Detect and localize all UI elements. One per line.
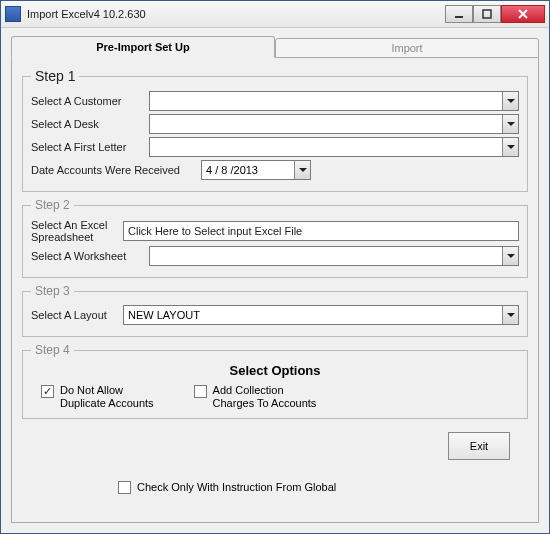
checkbox-icon (118, 481, 131, 494)
step1-group: Step 1 Select A Customer Select A Desk (22, 68, 528, 192)
tab-preimport[interactable]: Pre-Import Set Up (11, 36, 275, 58)
svg-rect-1 (483, 10, 491, 18)
chevron-down-icon (502, 306, 518, 324)
letter-dropdown[interactable] (149, 137, 519, 157)
maximize-icon (482, 9, 492, 19)
window-buttons (445, 5, 545, 23)
window-title: Import Excelv4 10.2.630 (27, 8, 445, 20)
checkbox-icon (194, 385, 207, 398)
tab-strip: Pre-Import Set Up Import (11, 36, 539, 58)
options-title: Select Options (31, 363, 519, 378)
step2-legend: Step 2 (31, 198, 74, 212)
worksheet-label: Select A Worksheet (31, 250, 149, 262)
desk-label: Select A Desk (31, 118, 149, 130)
customer-label: Select A Customer (31, 95, 149, 107)
global-instruction-checkbox[interactable]: Check Only With Instruction From Global (118, 480, 336, 494)
chevron-down-icon (502, 115, 518, 133)
step3-legend: Step 3 (31, 284, 74, 298)
minimize-button[interactable] (445, 5, 473, 23)
close-button[interactable] (501, 5, 545, 23)
step1-legend: Step 1 (31, 68, 79, 84)
add-charges-checkbox[interactable]: Add Collection Charges To Accounts (194, 384, 317, 410)
exit-button[interactable]: Exit (448, 432, 510, 460)
layout-value: NEW LAYOUT (128, 309, 200, 321)
date-value: 4 / 8 /2013 (206, 164, 258, 176)
layout-label: Select A Layout (31, 309, 123, 321)
checkbox-icon (41, 385, 54, 398)
app-window: Import Excelv4 10.2.630 Pre-Import Set U… (0, 0, 550, 534)
excel-file-value: Click Here to Select input Excel File (128, 225, 302, 237)
add-charges-label: Add Collection Charges To Accounts (213, 384, 317, 410)
desk-dropdown[interactable] (149, 114, 519, 134)
chevron-down-icon (502, 138, 518, 156)
tab-import[interactable]: Import (275, 38, 539, 58)
client-area: Pre-Import Set Up Import Step 1 Select A… (1, 28, 549, 533)
no-duplicates-checkbox[interactable]: Do Not Allow Duplicate Accounts (41, 384, 154, 410)
worksheet-dropdown[interactable] (149, 246, 519, 266)
excel-label: Select An Excel Spreadsheet (31, 219, 123, 243)
date-label: Date Accounts Were Received (31, 164, 201, 176)
excel-file-input[interactable]: Click Here to Select input Excel File (123, 221, 519, 241)
close-icon (518, 9, 528, 19)
letter-label: Select A First Letter (31, 141, 149, 153)
step4-group: Step 4 Select Options Do Not Allow Dupli… (22, 343, 528, 419)
chevron-down-icon (294, 161, 310, 179)
no-duplicates-label: Do Not Allow Duplicate Accounts (60, 384, 154, 410)
layout-dropdown[interactable]: NEW LAYOUT (123, 305, 519, 325)
step2-group: Step 2 Select An Excel Spreadsheet Click… (22, 198, 528, 278)
chevron-down-icon (502, 247, 518, 265)
app-icon (5, 6, 21, 22)
tab-page-preimport: Step 1 Select A Customer Select A Desk (11, 58, 539, 523)
minimize-icon (454, 9, 464, 19)
global-instruction-label: Check Only With Instruction From Global (137, 481, 336, 493)
chevron-down-icon (502, 92, 518, 110)
exit-label: Exit (470, 440, 488, 452)
step3-group: Step 3 Select A Layout NEW LAYOUT (22, 284, 528, 337)
customer-dropdown[interactable] (149, 91, 519, 111)
step4-legend: Step 4 (31, 343, 74, 357)
titlebar: Import Excelv4 10.2.630 (1, 1, 549, 28)
maximize-button[interactable] (473, 5, 501, 23)
date-picker[interactable]: 4 / 8 /2013 (201, 160, 311, 180)
